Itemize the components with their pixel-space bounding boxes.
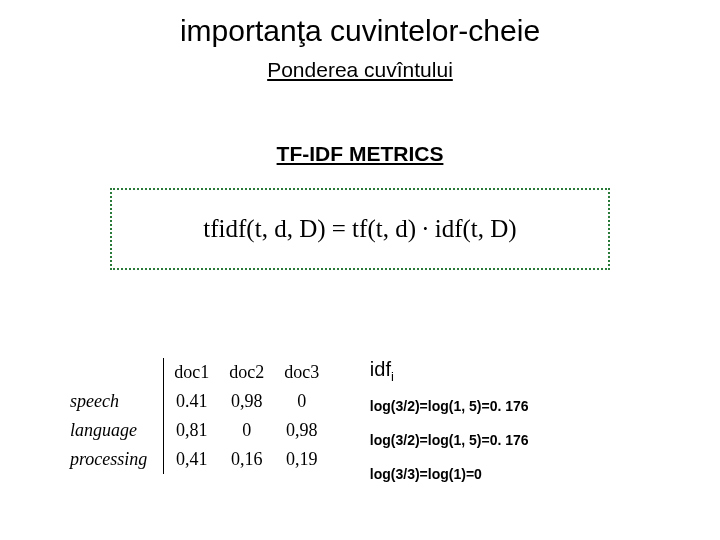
tf-table: doc1 doc2 doc3 speech 0.41 0,98 0 langua… xyxy=(60,358,330,474)
cell: 0,19 xyxy=(274,445,329,474)
idf-value: log(3/3)=log(1)=0 xyxy=(370,466,529,482)
cell: 0,16 xyxy=(219,445,274,474)
subtitle: Ponderea cuvîntului xyxy=(0,58,720,82)
cell: 0 xyxy=(219,416,274,445)
cell: 0,41 xyxy=(164,445,220,474)
idf-header-sub: i xyxy=(391,369,394,384)
cell: 0.41 xyxy=(164,387,220,416)
idf-value: log(3/2)=log(1, 5)=0. 176 xyxy=(370,432,529,448)
cell: 0,98 xyxy=(274,416,329,445)
idf-value: log(3/2)=log(1, 5)=0. 176 xyxy=(370,398,529,414)
col-header: doc1 xyxy=(164,358,220,387)
section-heading: TF-IDF METRICS xyxy=(0,142,720,166)
row-label: processing xyxy=(60,445,164,474)
row-label: language xyxy=(60,416,164,445)
idf-header: idfi xyxy=(370,358,529,384)
formula-text: tfidf(t, d, D) = tf(t, d) · idf(t, D) xyxy=(203,215,516,243)
idf-column: idfi log(3/2)=log(1, 5)=0. 176 log(3/2)=… xyxy=(370,358,529,500)
idf-header-main: idf xyxy=(370,358,391,380)
table-row: speech 0.41 0,98 0 xyxy=(60,387,329,416)
cell: 0 xyxy=(274,387,329,416)
col-header: doc3 xyxy=(274,358,329,387)
table-row: processing 0,41 0,16 0,19 xyxy=(60,445,329,474)
col-header: doc2 xyxy=(219,358,274,387)
page-title: importanţa cuvintelor-cheie xyxy=(0,0,720,48)
formula-box: tfidf(t, d, D) = tf(t, d) · idf(t, D) xyxy=(110,188,610,270)
table-header-row: doc1 doc2 doc3 xyxy=(60,358,329,387)
table-row: language 0,81 0 0,98 xyxy=(60,416,329,445)
cell: 0,81 xyxy=(164,416,220,445)
cell: 0,98 xyxy=(219,387,274,416)
row-label: speech xyxy=(60,387,164,416)
lower-content: doc1 doc2 doc3 speech 0.41 0,98 0 langua… xyxy=(60,358,529,500)
